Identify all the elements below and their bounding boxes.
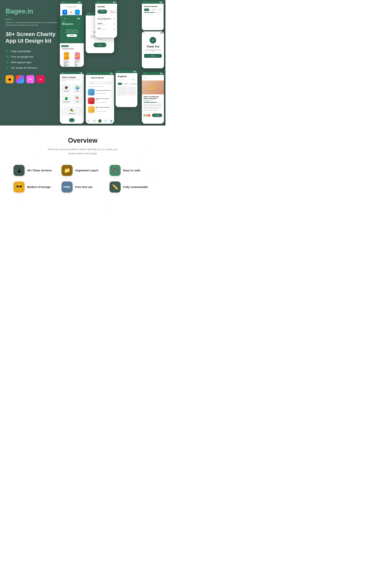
search-icon: 🔍: [108, 82, 110, 84]
nav-home[interactable]: ⌂: [87, 119, 90, 123]
charity-type-grid: 🎓 Education 🌍 Social 🌲 Environment 🐕 Ani…: [60, 82, 84, 106]
easy-code-icon: 🎮: [112, 167, 118, 173]
easy-code-icon-box: 🎮: [109, 165, 121, 176]
filter-all[interactable]: All: [118, 83, 122, 85]
animal-icon: 🐕: [73, 96, 81, 100]
explore-card-1[interactable]: [117, 87, 126, 96]
status-bar: 9:41 ▐▐▐: [62, 17, 82, 20]
activity-header: Activity: [95, 4, 117, 10]
result-img-1: [88, 89, 95, 95]
nav-add[interactable]: +: [98, 119, 101, 123]
check-icon-4: ✓: [5, 66, 9, 70]
donate-detail-btn[interactable]: Donate: [152, 114, 162, 117]
status-bar: 9:41▐▐▐: [86, 72, 114, 75]
xd-icon: Xd: [26, 75, 34, 83]
type-social[interactable]: 🌍 Social: [72, 84, 82, 93]
search-bar[interactable]: Children 🔍: [88, 81, 112, 85]
filter-healthcare[interactable]: Healthcare: [129, 83, 137, 85]
education-icon: 🎓: [62, 86, 70, 90]
check-icon-2: ✓: [5, 55, 9, 58]
twitter-btn[interactable]: 🐦: [75, 10, 80, 15]
result-title-1: Realize Syrian children drea...: [96, 90, 111, 91]
type-label-culture: Culture & Art: [62, 113, 81, 114]
type-education[interactable]: 🎓 Education: [61, 84, 71, 93]
result-item-1[interactable]: Realize Syrian children drea... 10 Days …: [86, 88, 114, 96]
home-button[interactable]: Home: [94, 43, 106, 47]
thankyou-icon: ✓: [149, 37, 156, 44]
activity-amount-1: $: [114, 18, 115, 20]
culture-icon: 🎭: [62, 108, 81, 112]
explore-search[interactable]: 🔍: [132, 79, 135, 81]
explore-card-2[interactable]: [127, 87, 136, 96]
social-row: f G 🐦: [62, 10, 80, 15]
payment-opt-3[interactable]: BCA: [158, 8, 163, 11]
result-info-3: This Island Has No Bridges W... 20 Days …: [96, 107, 112, 112]
category-tag: Education: [61, 45, 68, 47]
bg-circle-3: [18, 189, 46, 217]
payment-opt-1[interactable]: Visa: [144, 8, 149, 11]
activity-item-3[interactable]: WHO WHO Organization $: [95, 27, 117, 31]
social-icon: 🌍: [73, 86, 81, 90]
google-btn[interactable]: G: [69, 10, 73, 15]
date-label: August 30, 2019: [95, 15, 117, 17]
card-title-1: Help our buddy get better education: [64, 60, 69, 65]
free-font-label: Free font use: [75, 185, 93, 188]
search-title: Search Result: [91, 77, 103, 79]
explore-screen: 9:41▐▐▐ Explore Popular now 🔍 All Social…: [116, 70, 137, 107]
progress-bar-2: [75, 64, 80, 65]
tab-donation[interactable]: Donation: [98, 10, 107, 14]
tool-icons: ◆ ✦ Xd in: [5, 75, 61, 83]
check-icon-1: ✓: [5, 49, 9, 53]
result-item-3[interactable]: This Island Has No Bridges W... 20 Days …: [86, 105, 114, 114]
search-phone: 9:41▐▐▐ ← Search Result Children 🔍 Showi…: [86, 72, 114, 124]
bottom-nav: ⌂ 🔍 + ↗ 👤: [86, 118, 114, 124]
features-list: ✓ Fully costumizable ✓ Free use google f…: [5, 49, 61, 70]
result-title-3: This Island Has No Bridges W...: [96, 107, 112, 109]
charity-card-1: 🤝 Help our buddy get better education Ta…: [63, 51, 70, 67]
user-name: Morganisa: [62, 23, 82, 25]
result-item-2[interactable]: Disasters on Two Coasts: Wo... 20 Days l…: [86, 96, 114, 105]
facebook-btn[interactable]: f: [62, 10, 67, 15]
result-info-1: Realize Syrian children drea... 10 Days …: [96, 90, 111, 94]
nav-search[interactable]: 🔍: [93, 119, 96, 123]
back-arrow-icon[interactable]: ←: [88, 76, 90, 79]
explore-phone: 9:41▐▐▐ Explore Popular now 🔍 All Social…: [116, 70, 137, 107]
next-button[interactable]: →: [69, 118, 75, 122]
type-environment[interactable]: 🌲 Environment: [61, 94, 71, 104]
status-bar: ▐▐▐: [142, 1, 164, 4]
nav-share[interactable]: ↗: [104, 119, 107, 123]
status-bar: 9:41▐▐▐: [95, 1, 117, 4]
status-bar: 9:41▐▐▐: [142, 72, 164, 75]
donate-button[interactable]: Donate: [67, 34, 77, 37]
avatar-row: A B C: [144, 114, 151, 117]
detail-screen: 9:41▐▐▐ ← 🤲 Help our buddy get better ed…: [142, 72, 164, 124]
overview-section: Overview There are several exellence whi…: [0, 126, 165, 226]
activity-item-1[interactable]: Side Hat Organization Today | 12s more .…: [95, 17, 117, 22]
organized-layers-icon-box: 📁: [61, 165, 73, 176]
free-font-icon-box: FREE: [61, 181, 73, 192]
nav-profile[interactable]: 👤: [110, 119, 113, 123]
avatar-3: C: [147, 114, 151, 117]
organized-layers-label: Organized Layers: [75, 169, 98, 172]
login-title: Or Login With:: [62, 6, 80, 8]
charity-card-2: 👐 Help Mall her with her... Target:: [74, 51, 81, 67]
feature-row-2: 📁 Organized Layers: [61, 165, 98, 176]
type-label-environment: Environment: [62, 101, 70, 102]
type-animal[interactable]: 🐕 Animal: [72, 94, 82, 104]
tab-charities[interactable]: My Charities: [108, 10, 117, 14]
app-header: 9:41 ▐▐▐ Hello, Morganisa Change the wor…: [60, 15, 84, 43]
back-icon[interactable]: ←: [144, 76, 146, 79]
thankyou-home-button[interactable]: Home: [144, 54, 162, 58]
payment-options: Visa PayPal BCA: [142, 8, 164, 11]
sketch-icon: ◆: [5, 75, 14, 83]
activity-screen: 9:41▐▐▐ Activity Donation My Charities A…: [95, 1, 117, 38]
thankyou-content: ✓ Thank You Your donation has been succe…: [142, 34, 164, 60]
type-culture[interactable]: 🎭 Culture & Art: [61, 106, 82, 116]
environment-icon: 🌲: [62, 96, 70, 100]
search-screen: 9:41▐▐▐ ← Search Result Children 🔍 Showi…: [86, 72, 114, 124]
payment-opt-2[interactable]: PayPal: [150, 8, 157, 11]
invision-icon: in: [37, 75, 45, 83]
search-placeholder: Children: [90, 82, 95, 84]
activity-item-2[interactable]: UNICEF WHO Organization $: [95, 22, 117, 27]
filter-social[interactable]: Social: [123, 83, 129, 85]
